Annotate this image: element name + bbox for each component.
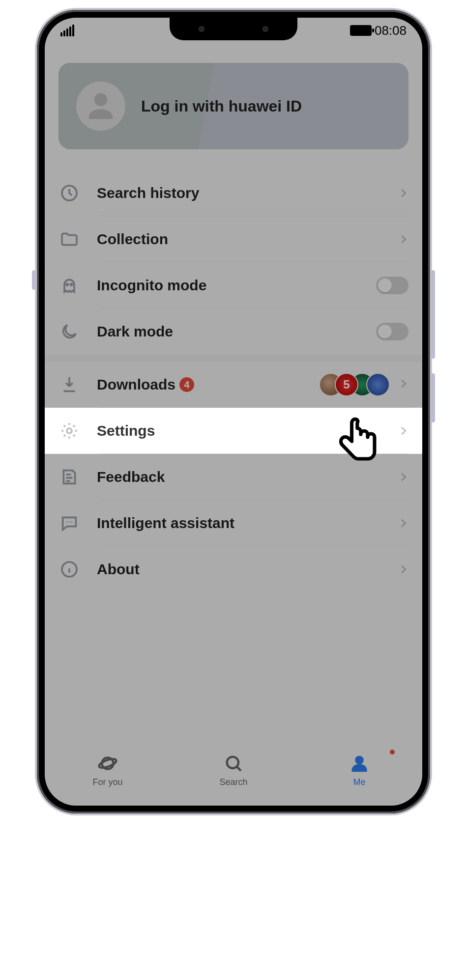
gear-icon (58, 420, 80, 442)
svg-point-2 (71, 284, 72, 285)
side-key (32, 270, 36, 290)
pointer-hand-icon (337, 415, 381, 474)
row-downloads[interactable]: Downloads 4 (45, 362, 422, 408)
row-label: Downloads (97, 376, 175, 393)
tab-me[interactable]: Me (296, 743, 422, 797)
chevron-right-icon (398, 422, 409, 439)
tab-for-you[interactable]: For you (45, 743, 171, 797)
row-collection[interactable]: Collection (45, 216, 422, 262)
login-prompt: Log in with huawei ID (141, 97, 302, 115)
power-button (431, 373, 435, 422)
login-card[interactable]: Log in with huawei ID (58, 63, 409, 149)
notification-dot (390, 750, 395, 755)
volume-button (431, 270, 435, 359)
toggle-incognito[interactable] (376, 277, 409, 294)
app-thumb (335, 373, 358, 396)
download-app-stack (319, 373, 390, 396)
row-label: About (97, 561, 398, 578)
chevron-right-icon (398, 231, 409, 248)
bottom-nav: For you Search Me (45, 743, 422, 797)
person-icon (349, 753, 370, 774)
chevron-right-icon (398, 375, 409, 394)
row-label: Incognito mode (97, 277, 376, 294)
svg-point-1 (66, 284, 68, 285)
row-label: Search history (97, 185, 398, 201)
row-dark-mode[interactable]: Dark mode (45, 308, 422, 355)
row-intelligent-assistant[interactable]: Intelligent assistant (45, 500, 422, 546)
magnifier-icon (223, 753, 244, 774)
person-avatar-icon (76, 82, 125, 131)
phone-frame: 08:08 Log in with huawei ID Search histo… (37, 10, 430, 813)
nav-label: For you (92, 777, 122, 787)
downloads-badge: 4 (179, 377, 194, 392)
chevron-right-icon (398, 469, 409, 485)
download-icon (58, 374, 80, 395)
toggle-dark-mode[interactable] (376, 323, 409, 340)
chevron-right-icon (398, 561, 409, 578)
moon-icon (58, 321, 80, 342)
chat-bubble-icon (58, 512, 80, 534)
row-about[interactable]: About (45, 546, 422, 592)
camera-dot (199, 26, 204, 32)
chevron-right-icon (398, 185, 409, 201)
note-feedback-icon (58, 466, 80, 488)
status-time: 08:08 (375, 23, 407, 38)
svg-point-9 (98, 757, 117, 769)
folder-icon (58, 228, 80, 250)
battery-icon (350, 25, 372, 36)
info-icon (58, 559, 80, 580)
svg-point-6 (71, 521, 73, 523)
row-label: Collection (97, 231, 398, 248)
row-search-history[interactable]: Search history (45, 170, 422, 216)
chevron-right-icon (398, 515, 409, 532)
svg-point-10 (227, 756, 238, 768)
app-thumb (366, 373, 390, 396)
svg-point-5 (69, 521, 70, 523)
planet-icon (97, 753, 118, 774)
nav-label: Me (353, 777, 365, 787)
row-label: Dark mode (97, 323, 376, 340)
ghost-icon (58, 275, 80, 296)
svg-point-3 (67, 428, 72, 433)
menu-list: Search history Collection (45, 170, 422, 592)
row-incognito-mode[interactable]: Incognito mode (45, 262, 422, 308)
row-label-wrap: Downloads 4 (97, 376, 319, 393)
section-gap (45, 355, 422, 362)
camera-dot (263, 26, 268, 32)
notch (170, 18, 297, 40)
signal-icon (60, 25, 74, 36)
svg-point-4 (66, 521, 68, 523)
nav-label: Search (219, 777, 247, 787)
clock-icon (58, 182, 80, 204)
screen: 08:08 Log in with huawei ID Search histo… (45, 18, 422, 806)
svg-point-11 (356, 756, 362, 763)
row-label: Intelligent assistant (97, 515, 398, 532)
tab-search[interactable]: Search (171, 743, 296, 797)
